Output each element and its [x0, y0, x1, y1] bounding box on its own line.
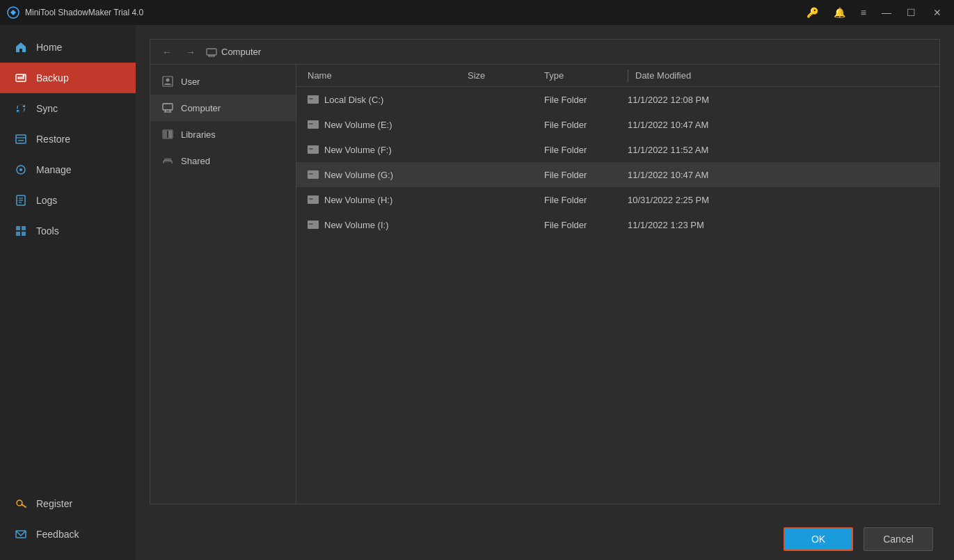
- svg-rect-13: [16, 226, 20, 230]
- sidebar-item-register[interactable]: Register: [0, 488, 136, 519]
- tools-icon: [14, 224, 28, 238]
- row-name-i: New Volume (I:): [308, 220, 468, 230]
- browser-body: User Co: [150, 65, 939, 504]
- svg-point-25: [166, 79, 170, 82]
- svg-point-3: [23, 75, 25, 77]
- sidebar-label-feedback: Feedback: [36, 529, 79, 540]
- sidebar-label-manage: Manage: [36, 164, 72, 175]
- app-title: MiniTool ShadowMaker Trial 4.0: [25, 8, 143, 17]
- bell-icon[interactable]: 🔔: [830, 6, 849, 19]
- key-icon[interactable]: 🔑: [803, 6, 822, 19]
- back-button[interactable]: ←: [159, 45, 175, 59]
- sidebar-label-restore: Restore: [36, 134, 70, 145]
- drive-icon: [308, 221, 319, 229]
- backup-icon: [14, 71, 28, 85]
- titlebar: MiniTool ShadowMaker Trial 4.0 🔑 🔔 ≡ — ☐…: [0, 0, 954, 25]
- left-panel-user-label: User: [181, 77, 200, 87]
- cancel-button[interactable]: Cancel: [864, 527, 933, 551]
- drive-icon: [308, 170, 319, 179]
- col-header-name: Name: [308, 70, 468, 81]
- sidebar-label-backup: Backup: [36, 72, 69, 83]
- main-layout: Home Backup Sync: [0, 25, 954, 560]
- sidebar-item-manage[interactable]: Manage: [0, 154, 136, 185]
- logs-icon: [14, 193, 28, 207]
- left-panel-computer[interactable]: Computer: [150, 95, 296, 121]
- left-panel-shared-label: Shared: [181, 156, 210, 166]
- left-panel: User Co: [150, 65, 296, 504]
- home-icon: [14, 40, 28, 54]
- col-header-type: Type: [544, 70, 628, 81]
- table-body: Local Disk (C:) File Folder 11/1/2022 12…: [296, 87, 939, 504]
- table-header: Name Size Type Date Modified: [296, 65, 939, 87]
- feedback-envelope-icon: [14, 527, 28, 541]
- nav-path: Computer: [206, 47, 261, 57]
- restore-icon: [14, 132, 28, 146]
- left-panel-shared[interactable]: Shared: [150, 147, 296, 174]
- svg-rect-4: [16, 135, 26, 143]
- table-row[interactable]: New Volume (H:) File Folder 10/31/2022 2…: [296, 187, 939, 212]
- table-row[interactable]: New Volume (I:) File Folder 11/1/2022 1:…: [296, 212, 939, 237]
- bottom-bar: OK Cancel: [136, 518, 954, 560]
- row-name-g: New Volume (G:): [308, 170, 468, 180]
- sidebar: Home Backup Sync: [0, 25, 136, 560]
- row-name-c: Local Disk (C:): [308, 95, 468, 105]
- register-key-icon: [14, 497, 28, 511]
- table-row[interactable]: New Volume (F:) File Folder 11/1/2022 11…: [296, 137, 939, 162]
- svg-rect-14: [22, 226, 26, 230]
- row-name-h: New Volume (H:): [308, 195, 468, 205]
- sidebar-item-feedback[interactable]: Feedback: [0, 519, 136, 550]
- table-row[interactable]: New Volume (G:) File Folder 11/1/2022 10…: [296, 162, 939, 187]
- left-panel-libraries-label: Libraries: [181, 129, 216, 140]
- left-panel-libraries[interactable]: Libraries: [150, 121, 296, 147]
- ok-button[interactable]: OK: [784, 527, 853, 551]
- sidebar-label-sync: Sync: [36, 103, 58, 114]
- sync-icon: [14, 102, 28, 115]
- col-header-size: Size: [468, 70, 544, 81]
- svg-line-18: [22, 504, 26, 507]
- content-area: ← → Computer: [136, 25, 954, 560]
- row-name-f: New Volume (F:): [308, 145, 468, 155]
- col-divider: [628, 70, 628, 82]
- col-header-date: Date Modified: [635, 70, 928, 81]
- drive-icon: [308, 145, 319, 154]
- libraries-icon: [161, 128, 174, 141]
- sidebar-item-restore[interactable]: Restore: [0, 124, 136, 154]
- sidebar-item-sync[interactable]: Sync: [0, 93, 136, 124]
- left-panel-user[interactable]: User: [150, 68, 296, 95]
- svg-rect-31: [164, 158, 171, 162]
- titlebar-controls: 🔑 🔔 ≡ — ☐ ✕: [803, 6, 947, 19]
- left-panel-computer-label: Computer: [181, 103, 221, 113]
- manage-icon: [14, 163, 28, 177]
- titlebar-left: MiniTool ShadowMaker Trial 4.0: [7, 6, 143, 19]
- table-row[interactable]: New Volume (E:) File Folder 11/1/2022 10…: [296, 112, 939, 137]
- sidebar-item-logs[interactable]: Logs: [0, 185, 136, 216]
- app-logo: [7, 6, 19, 19]
- right-panel: Name Size Type Date Modified: [296, 65, 939, 504]
- menu-icon[interactable]: ≡: [857, 6, 870, 19]
- drive-icon: [308, 95, 319, 104]
- sidebar-label-tools: Tools: [36, 225, 59, 237]
- drive-icon: [308, 120, 319, 129]
- sidebar-label-logs: Logs: [36, 195, 57, 206]
- user-icon: [161, 75, 174, 88]
- drive-icon: [308, 195, 319, 204]
- sidebar-item-home[interactable]: Home: [0, 32, 136, 63]
- sidebar-item-tools[interactable]: Tools: [0, 216, 136, 246]
- svg-rect-16: [22, 232, 26, 236]
- close-button[interactable]: ✕: [928, 6, 947, 19]
- maximize-button[interactable]: ☐: [903, 6, 919, 19]
- browser-toolbar: ← → Computer: [150, 40, 939, 65]
- sidebar-label-home: Home: [36, 42, 62, 53]
- svg-rect-20: [207, 49, 216, 55]
- table-row[interactable]: Local Disk (C:) File Folder 11/1/2022 12…: [296, 87, 939, 112]
- svg-rect-26: [163, 104, 173, 110]
- minimize-button[interactable]: —: [878, 6, 895, 19]
- forward-button[interactable]: →: [182, 45, 199, 59]
- svg-rect-6: [18, 140, 24, 141]
- file-browser: ← → Computer: [150, 39, 940, 504]
- svg-point-8: [19, 168, 22, 171]
- svg-rect-2: [17, 77, 24, 79]
- sidebar-item-backup[interactable]: Backup: [0, 63, 136, 93]
- dialog-area: ← → Computer: [136, 25, 954, 518]
- computer-nav-icon: [206, 47, 217, 57]
